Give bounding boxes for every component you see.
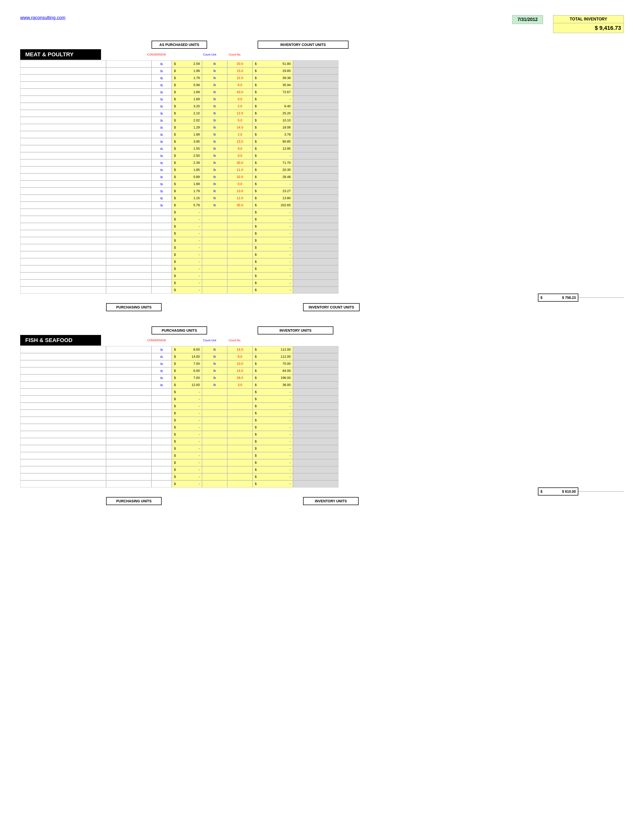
conversion-cell: lb: [151, 188, 172, 195]
count-unit-cell: [202, 473, 227, 480]
price-cell: $5.79: [172, 202, 202, 209]
total-cell: $-: [253, 417, 293, 424]
total-cell: $90.85: [253, 138, 293, 145]
table-row: lb$2.39lb30.0$71.70: [20, 159, 624, 166]
item-name-cell: [20, 180, 106, 188]
item-name-cell: [20, 410, 106, 417]
conversion-cell: lb: [151, 346, 172, 353]
count-no-cell: [227, 396, 253, 403]
purchasing-unit-cell: [106, 452, 151, 459]
item-name-cell: [20, 280, 106, 286]
total-cell: $29.85: [253, 68, 293, 74]
gray-cell: [293, 188, 338, 195]
count-unit-cell: [202, 237, 227, 244]
gray-cell: [293, 159, 338, 166]
table-row: lb$1.89lb0.0$-: [20, 180, 624, 188]
total-cell: $13.80: [253, 195, 293, 202]
section1-total-row: $$ 758.23: [20, 294, 624, 301]
conversion-cell: lb: [151, 166, 172, 174]
table-row: $-$-: [20, 452, 624, 459]
count-no-cell: 35.0: [227, 202, 253, 209]
purchasing-unit-cell: [106, 103, 151, 110]
section2-inventory-units-header: INVENTORY UNITS: [258, 326, 333, 334]
count-unit-cell: [202, 280, 227, 286]
count-no-cell: [227, 452, 253, 459]
total-cell: $-: [253, 258, 293, 265]
conversion-col-label: CONVERSION: [147, 53, 167, 56]
conversion-cell: [151, 466, 172, 473]
table-row: lb$1.29lb14.0$18.06: [20, 124, 624, 131]
total-cell: $-: [253, 251, 293, 258]
price-cell: $-: [172, 389, 202, 396]
item-name-cell: [20, 374, 106, 381]
website-link[interactable]: www.rqconsulting.com: [20, 15, 65, 21]
count-unit-cell: lb: [202, 353, 227, 360]
total-cell: $-: [253, 445, 293, 452]
purchasing-unit-cell: [106, 166, 151, 174]
count-no-col-label: Count No.: [222, 53, 248, 56]
price-cell: $-: [172, 280, 202, 286]
count-no-cell: [227, 216, 253, 223]
total-cell: $-: [253, 410, 293, 417]
total-cell: $-: [253, 265, 293, 272]
price-cell: $1.29: [172, 124, 202, 131]
count-no-cell: [227, 280, 253, 286]
total-cell: $-: [253, 466, 293, 473]
gray-cell: [293, 424, 338, 431]
price-cell: $-: [172, 438, 202, 445]
price-cell: $-: [172, 286, 202, 294]
price-cell: $3.95: [172, 138, 202, 145]
table-row: lb$5.79lb35.0$202.65: [20, 202, 624, 209]
table-row: lb$1.15lb12.0$13.80: [20, 195, 624, 202]
section2-footer-purchasing: PURCHASING UNITS: [106, 497, 162, 505]
total-cell: $70.00: [253, 360, 293, 367]
purchasing-unit-cell: [106, 202, 151, 209]
price-cell: $7.00: [172, 374, 202, 381]
purchasing-unit-cell: [106, 346, 151, 353]
fish-seafood-section: PURCHASING UNITS INVENTORY UNITS FISH & …: [20, 326, 624, 505]
count-no-cell: 9.0: [227, 145, 253, 152]
count-no-cell: 10.0: [227, 360, 253, 367]
total-cell: $23.27: [253, 188, 293, 195]
item-name-cell: [20, 396, 106, 403]
total-cell: $-: [253, 473, 293, 480]
conversion-cell: lb: [151, 353, 172, 360]
purchasing-unit-cell: [106, 237, 151, 244]
price-cell: $2.02: [172, 117, 202, 124]
count-unit-cell: lb: [202, 96, 227, 103]
count-no-cell: 8.0: [227, 353, 253, 360]
price-cell: $-: [172, 237, 202, 244]
count-no-cell: 12.0: [227, 195, 253, 202]
total-cell: $13.95: [253, 145, 293, 152]
item-name-cell: [20, 174, 106, 180]
count-unit-cell: lb: [202, 346, 227, 353]
total-cell: $-: [253, 272, 293, 280]
conversion-cell: lb: [151, 195, 172, 202]
header: www.rqconsulting.com 7/31/2012 TOTAL INV…: [20, 15, 624, 33]
gray-cell: [293, 174, 338, 180]
item-name-cell: [20, 138, 106, 145]
total-cell: $-: [253, 209, 293, 216]
count-no-cell: 12.0: [227, 110, 253, 117]
section2-conversion-col-label: CONVERSION: [147, 339, 167, 342]
gray-cell: [293, 230, 338, 237]
gray-cell: [293, 381, 338, 389]
conversion-cell: lb: [151, 103, 172, 110]
item-name-cell: [20, 445, 106, 452]
gray-cell: [293, 480, 338, 487]
item-name-cell: [20, 188, 106, 195]
conversion-cell: [151, 431, 172, 438]
gray-cell: [293, 223, 338, 230]
count-unit-cell: lb: [202, 103, 227, 110]
gray-cell: [293, 286, 338, 294]
conversion-cell: [151, 480, 172, 487]
total-cell: $36.00: [253, 381, 293, 389]
price-cell: $1.99: [172, 68, 202, 74]
section1-total-value: $$ 758.23: [538, 294, 578, 302]
gray-cell: [293, 438, 338, 445]
purchasing-unit-cell: [106, 438, 151, 445]
count-no-cell: 0.0: [227, 180, 253, 188]
count-unit-cell: lb: [202, 68, 227, 74]
count-no-cell: [227, 286, 253, 294]
total-cell: $6.40: [253, 103, 293, 110]
